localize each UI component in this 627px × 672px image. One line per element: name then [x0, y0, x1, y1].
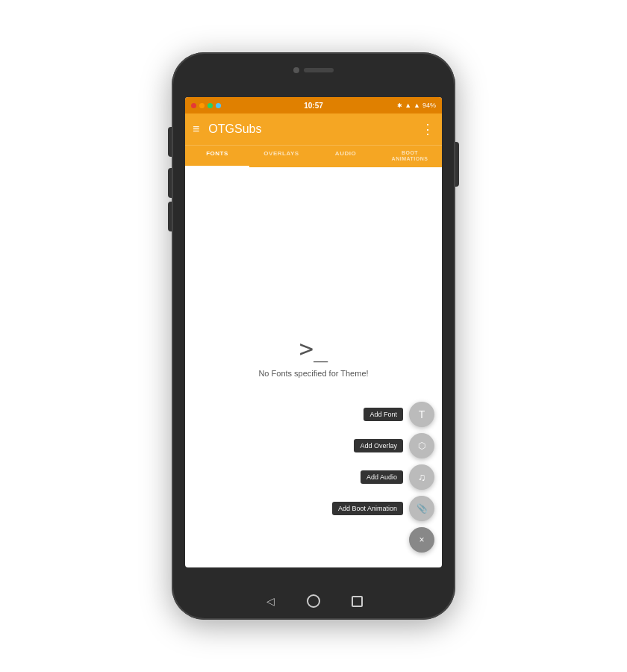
tab-boot-animations[interactable]: BOOTANIMATIONS [378, 146, 442, 167]
fab-row-overlay: Add Overlay ⬡ [354, 433, 434, 458]
empty-state-text: No Fonts specified for Theme! [258, 369, 368, 378]
add-overlay-button[interactable]: ⬡ [409, 433, 434, 458]
overlay-icon: ⬡ [418, 441, 425, 451]
phone-nav-bar: ◁ [172, 593, 455, 609]
battery-text: 94% [422, 102, 436, 109]
tab-bar: FONTS OVERLAYS AUDIO BOOTANIMATIONS [185, 145, 442, 167]
font-icon: T [419, 408, 425, 420]
phone-top-notch [276, 63, 351, 78]
bluetooth-icon: ✱ [397, 102, 402, 109]
fab-row-font: Add Font T [364, 402, 434, 427]
notification-dot-1 [191, 103, 196, 108]
home-icon [307, 594, 320, 608]
recents-icon [352, 596, 363, 607]
notification-dot-4 [216, 103, 221, 108]
more-options-icon[interactable]: ⋮ [421, 121, 434, 137]
add-boot-animation-button[interactable]: 📎 [409, 496, 434, 521]
status-bar: 10:57 ✱ ▲ ▲ 94% [185, 97, 442, 113]
phone-screen: 10:57 ✱ ▲ ▲ 94% ≡ OTGSubs ⋮ [185, 97, 442, 567]
notification-dot-3 [208, 103, 213, 108]
notification-dot-2 [199, 103, 205, 108]
front-camera [293, 67, 299, 73]
audio-icon: ♫ [418, 471, 426, 483]
add-overlay-label: Add Overlay [354, 439, 403, 452]
phone-device: 10:57 ✱ ▲ ▲ 94% ≡ OTGSubs ⋮ [172, 52, 455, 620]
status-right-icons: ✱ ▲ ▲ 94% [397, 102, 436, 109]
phone-body: 10:57 ✱ ▲ ▲ 94% ≡ OTGSubs ⋮ [172, 52, 455, 620]
fab-row-boot-animation: Add Boot Animation 📎 [332, 496, 434, 521]
tab-audio[interactable]: AUDIO [314, 146, 378, 167]
tab-fonts[interactable]: FONTS [185, 146, 249, 167]
back-icon: ◁ [266, 595, 275, 607]
fab-row-audio: Add Audio ♫ [361, 464, 434, 490]
hamburger-icon[interactable]: ≡ [193, 123, 199, 135]
main-content: >_ No Fonts specified for Theme! Add Fon… [185, 167, 442, 567]
close-icon: × [419, 535, 424, 545]
speaker-grille [304, 68, 334, 72]
status-icons [191, 103, 221, 108]
terminal-icon: >_ [299, 335, 328, 363]
recents-button[interactable] [349, 593, 365, 609]
paperclip-icon: 📎 [417, 503, 428, 514]
add-font-button[interactable]: T [409, 402, 434, 427]
back-button[interactable]: ◁ [262, 593, 278, 609]
wifi-icon: ▲ [414, 102, 420, 109]
home-button[interactable] [305, 593, 322, 609]
add-audio-label: Add Audio [361, 470, 403, 484]
fab-close-button[interactable]: × [409, 527, 434, 553]
add-audio-button[interactable]: ♫ [409, 464, 434, 490]
app-bar: ≡ OTGSubs ⋮ [185, 113, 442, 145]
signal-icon: ▲ [405, 102, 411, 109]
fab-area: Add Font T Add Overlay ⬡ A [332, 402, 434, 553]
add-boot-animation-label: Add Boot Animation [332, 502, 403, 515]
add-font-label: Add Font [364, 408, 403, 421]
app-title: OTGSubs [208, 122, 412, 136]
fab-close-row: × [409, 527, 434, 553]
tab-overlays[interactable]: OVERLAYS [249, 146, 314, 167]
status-time: 10:57 [304, 102, 323, 110]
